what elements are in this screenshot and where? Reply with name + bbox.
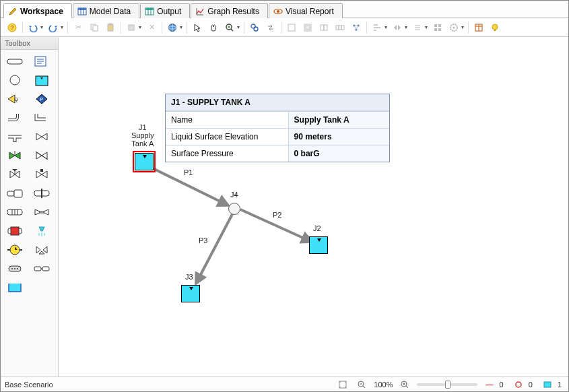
zoom-icon[interactable] bbox=[222, 20, 237, 35]
tool-screen[interactable] bbox=[3, 203, 26, 221]
dropdown-icon[interactable]: ▾ bbox=[384, 24, 389, 30]
dropdown-icon[interactable]: ▾ bbox=[40, 24, 44, 30]
pointer-icon[interactable] bbox=[190, 20, 205, 35]
tool-check-valve[interactable] bbox=[3, 147, 26, 164]
tab-workspace[interactable]: Workspace bbox=[3, 3, 72, 18]
gear-icon[interactable] bbox=[446, 20, 461, 35]
tool-connector[interactable] bbox=[30, 260, 53, 277]
globe-icon[interactable] bbox=[165, 20, 180, 35]
copy-icon[interactable] bbox=[87, 20, 102, 35]
node-j3-tank[interactable] bbox=[181, 285, 200, 302]
tab-graph-results[interactable]: Graph Results bbox=[191, 3, 268, 18]
tool-annotation[interactable] bbox=[30, 53, 53, 70]
svg-point-91 bbox=[17, 268, 18, 269]
find-icon[interactable] bbox=[247, 20, 262, 35]
svg-text:?: ? bbox=[10, 24, 13, 31]
tool-spray[interactable] bbox=[30, 222, 53, 240]
dropdown-icon[interactable]: ▾ bbox=[237, 24, 241, 30]
close-icon[interactable]: ✕ bbox=[144, 20, 159, 35]
dropdown-icon[interactable]: ▾ bbox=[61, 24, 65, 30]
tool-valve[interactable] bbox=[30, 128, 53, 145]
svg-point-27 bbox=[254, 27, 258, 31]
lightbulb-icon[interactable] bbox=[488, 20, 502, 35]
flip-icon[interactable] bbox=[390, 20, 405, 35]
redo-icon[interactable] bbox=[46, 20, 61, 35]
svg-line-98 bbox=[363, 386, 365, 388]
tool-pump[interactable] bbox=[3, 241, 26, 259]
node-j2-tank[interactable] bbox=[309, 236, 328, 254]
tool-assigned-flow[interactable]: Q bbox=[3, 90, 26, 108]
swap-icon[interactable] bbox=[263, 20, 278, 35]
node-label-j1: J1 Supply Tank A bbox=[131, 123, 154, 148]
pipe-p3[interactable] bbox=[196, 214, 232, 284]
node-j4-junction[interactable] bbox=[228, 203, 240, 215]
box-icon[interactable] bbox=[333, 20, 347, 35]
node-info-tooltip: J1 - SUPPLY TANK A Name Supply Tank A Li… bbox=[165, 94, 390, 162]
tool-elbow[interactable] bbox=[30, 109, 53, 127]
fit-view-button[interactable] bbox=[336, 381, 349, 389]
zoom-in-button[interactable] bbox=[398, 381, 411, 389]
dropdown-icon[interactable]: ▾ bbox=[139, 24, 143, 30]
box-icon[interactable] bbox=[284, 20, 299, 35]
tool-heat-exchanger[interactable] bbox=[3, 222, 26, 240]
dropdown-icon[interactable]: ▾ bbox=[405, 24, 409, 30]
status-bar: Base Scenario 100% — 0 0 1 bbox=[1, 377, 568, 391]
svg-rect-46 bbox=[438, 24, 441, 27]
svg-point-50 bbox=[453, 26, 455, 28]
box-icon[interactable] bbox=[300, 20, 315, 35]
tool-3way-valve[interactable] bbox=[30, 241, 53, 259]
help-icon[interactable]: ? bbox=[5, 20, 20, 35]
tool-relief-valve[interactable] bbox=[3, 166, 26, 183]
tool-general[interactable] bbox=[3, 260, 26, 277]
svg-rect-93 bbox=[42, 267, 49, 271]
box-icon[interactable] bbox=[316, 20, 331, 35]
tab-model-data[interactable]: Model Data bbox=[73, 3, 139, 18]
info-label: Surface Pressure bbox=[166, 145, 289, 162]
grid-icon bbox=[145, 7, 154, 16]
list-icon[interactable] bbox=[410, 20, 425, 35]
svg-rect-48 bbox=[438, 28, 441, 31]
node-icon[interactable] bbox=[349, 20, 364, 35]
svg-rect-72 bbox=[14, 190, 22, 197]
paste-icon[interactable] bbox=[103, 20, 118, 35]
workspace-canvas[interactable]: J1 Supply Tank A J4 J2 J3 P1 P2 P3 J1 - … bbox=[59, 37, 568, 377]
cut-icon[interactable]: ✂ bbox=[71, 20, 86, 35]
tool-assigned-pressure[interactable]: P bbox=[30, 90, 53, 108]
undo-icon[interactable] bbox=[26, 20, 40, 35]
info-value: 0 barG bbox=[289, 145, 389, 162]
pipe-label-p1: P1 bbox=[184, 168, 193, 176]
tool-open-tank[interactable] bbox=[3, 279, 26, 296]
svg-rect-17 bbox=[109, 24, 112, 25]
hand-icon[interactable] bbox=[206, 20, 221, 35]
dropdown-icon[interactable]: ▾ bbox=[180, 24, 184, 30]
tool-orifice[interactable] bbox=[30, 185, 53, 202]
tool-control-valve[interactable] bbox=[30, 166, 53, 183]
grid-icon[interactable] bbox=[430, 20, 445, 35]
zoom-slider[interactable] bbox=[417, 383, 477, 386]
tab-output[interactable]: Output bbox=[140, 3, 190, 18]
svg-point-54 bbox=[492, 24, 498, 30]
tool-tee[interactable] bbox=[3, 128, 26, 145]
svg-point-89 bbox=[11, 268, 13, 269]
svg-rect-1 bbox=[78, 8, 86, 10]
tool-junction[interactable] bbox=[3, 71, 26, 89]
zoom-level: 100% bbox=[374, 381, 393, 389]
tool-bend[interactable] bbox=[3, 109, 26, 127]
tool-valve-closed[interactable] bbox=[30, 147, 53, 164]
svg-rect-79 bbox=[40, 211, 44, 213]
tool-pipe[interactable] bbox=[3, 53, 26, 70]
zoom-out-button[interactable] bbox=[355, 381, 368, 389]
tool-venturi[interactable] bbox=[30, 203, 53, 221]
node-j1-tank[interactable] bbox=[135, 153, 154, 170]
tool-reservoir[interactable] bbox=[30, 71, 53, 89]
align-icon[interactable] bbox=[370, 20, 384, 35]
tool-area-change[interactable] bbox=[3, 185, 26, 202]
info-row: Liquid Surface Elevation 90 meters bbox=[166, 128, 389, 145]
delete-icon[interactable] bbox=[124, 20, 139, 35]
svg-rect-35 bbox=[341, 26, 344, 30]
tab-visual-report[interactable]: Visual Report bbox=[269, 3, 343, 18]
info-title: J1 - SUPPLY TANK A bbox=[166, 94, 389, 111]
table-icon[interactable] bbox=[471, 20, 486, 35]
dropdown-icon[interactable]: ▾ bbox=[425, 24, 429, 30]
dropdown-icon[interactable]: ▾ bbox=[461, 24, 465, 30]
